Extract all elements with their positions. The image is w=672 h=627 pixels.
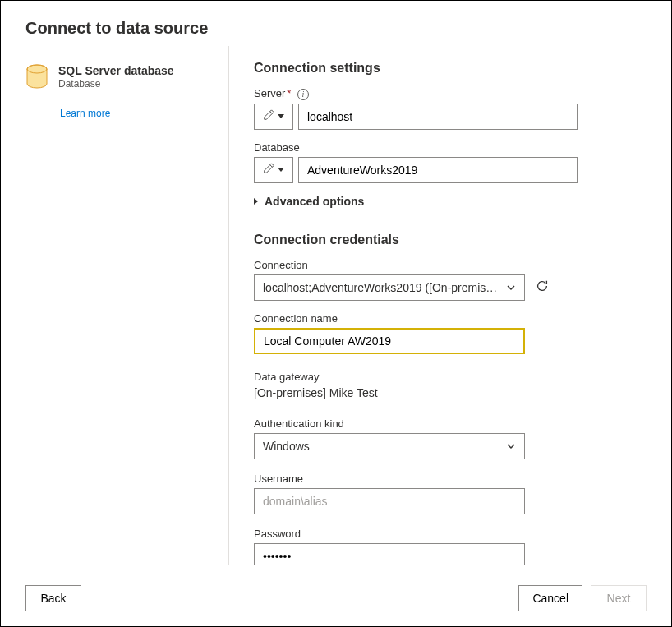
datasource-type: SQL Server database Database: [25, 64, 212, 93]
connection-name-input[interactable]: [254, 328, 525, 354]
server-input[interactable]: [298, 104, 578, 130]
gateway-value: [On-premises] Mike Test: [254, 386, 647, 399]
back-button[interactable]: Back: [25, 585, 81, 611]
next-button: Next: [591, 585, 647, 611]
database-label: Database: [254, 141, 647, 154]
pencil-icon: [263, 109, 274, 123]
username-label: Username: [254, 473, 647, 485]
connection-credentials-title: Connection credentials: [254, 233, 647, 247]
connection-settings-title: Connection settings: [254, 61, 647, 76]
datasource-title: SQL Server database: [58, 64, 174, 77]
advanced-options-toggle[interactable]: Advanced options: [254, 195, 647, 208]
auth-kind-label: Authentication kind: [254, 417, 647, 430]
database-input[interactable]: [298, 157, 578, 183]
server-edit-dropdown[interactable]: [254, 104, 293, 130]
password-input[interactable]: [254, 543, 525, 565]
connection-name-label: Connection name: [254, 312, 647, 325]
pencil-icon: [263, 163, 274, 177]
database-icon: [25, 64, 48, 93]
server-label: Server* i: [254, 87, 647, 100]
learn-more-link[interactable]: Learn more: [60, 108, 110, 119]
page-title: Connect to data source: [25, 19, 647, 38]
chevron-right-icon: [254, 198, 258, 205]
chevron-down-icon: [506, 441, 516, 451]
username-input[interactable]: [254, 488, 525, 514]
auth-kind-dropdown[interactable]: Windows: [254, 433, 525, 459]
chevron-down-icon: [278, 114, 284, 118]
database-edit-dropdown[interactable]: [254, 157, 293, 183]
info-icon[interactable]: i: [297, 89, 309, 100]
chevron-down-icon: [506, 283, 516, 293]
datasource-subtitle: Database: [58, 78, 174, 90]
chevron-down-icon: [278, 168, 284, 172]
gateway-label: Data gateway: [254, 371, 647, 383]
password-label: Password: [254, 528, 647, 540]
connection-label: Connection: [254, 259, 647, 271]
refresh-button[interactable]: [535, 279, 550, 296]
cancel-button[interactable]: Cancel: [518, 585, 582, 611]
connection-dropdown[interactable]: localhost;AdventureWorks2019 ([On-premis…: [254, 274, 525, 301]
